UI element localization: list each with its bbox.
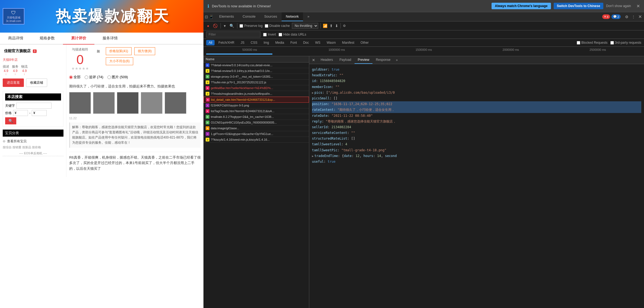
net-item-9[interactable]: X listTagClouds.htm?itemId=624466733121&… bbox=[203, 108, 309, 114]
net-item-3[interactable]: D storage-proxy-3-0-4?__mui_xd_token=163… bbox=[203, 74, 309, 80]
price-max-input[interactable] bbox=[32, 110, 47, 116]
net-item-13[interactable]: I 1.gif?com=02&logtype=4&cache=DpYNG1ue.… bbox=[203, 131, 309, 137]
type-media[interactable]: Media bbox=[273, 40, 287, 45]
more-options-icon[interactable]: ⋮ bbox=[631, 14, 636, 20]
preview-tabs-more[interactable]: » bbox=[394, 56, 400, 64]
tab-sources[interactable]: Sources bbox=[260, 12, 282, 21]
blocked-requests-input[interactable] bbox=[577, 41, 580, 45]
tab-service[interactable]: 服务详情 bbox=[94, 33, 126, 45]
warn-icon: 💬 bbox=[613, 15, 617, 18]
notification-close-button[interactable]: ✕ bbox=[636, 4, 640, 9]
hide-data-input[interactable] bbox=[279, 33, 282, 36]
tag-size[interactable]: 大小不符合(6) bbox=[106, 57, 133, 65]
search-network-button[interactable]: 🔍 bbox=[229, 23, 235, 29]
clear-button[interactable]: 🚫 bbox=[212, 23, 218, 29]
store-ratings: 描述 4.9 ↑ 服务 4.9 ↑ 物流 4.9 ↑ bbox=[3, 64, 63, 76]
net-item-3-name: storage-proxy-3-0-4?__mui_xd_token=16381… bbox=[211, 75, 307, 78]
hide-data-urls-checkbox[interactable]: Hide data URLs bbox=[279, 33, 306, 36]
price-label: 价格 bbox=[5, 111, 12, 115]
net-item-1[interactable]: C ??detail-review/3.0.14/css/try.css,det… bbox=[203, 62, 309, 68]
collect-store-button[interactable]: 收藏店铺 bbox=[26, 78, 47, 87]
devtools-pointer-icon: ⊡ 📱 bbox=[203, 15, 215, 19]
filter-img[interactable]: 图片 (509) bbox=[107, 75, 128, 80]
net-item-4[interactable]: J ??sufei-min.js?t=1_2013072520131122.js bbox=[203, 80, 309, 85]
type-all[interactable]: All bbox=[206, 40, 215, 45]
net-item-7[interactable]: X list_detail_rate.htm?itemId=6244667331… bbox=[203, 97, 309, 103]
type-manifest[interactable]: Manifest bbox=[340, 40, 357, 45]
preview-tab-headers[interactable]: Headers bbox=[317, 56, 336, 64]
tab-specs[interactable]: 规格参数 bbox=[31, 33, 63, 45]
cat-all-items[interactable]: ⊖ 查看所有宝贝 bbox=[3, 138, 63, 145]
settings-icon[interactable]: ⚙ bbox=[343, 24, 346, 28]
type-js[interactable]: JS bbox=[238, 40, 247, 45]
review-img-1 bbox=[69, 92, 91, 114]
net-item-10[interactable]: D tmallrate.8.2.2?logtype=2&&_tm_cache=1… bbox=[203, 114, 309, 120]
type-other[interactable]: Other bbox=[358, 40, 371, 45]
net-item-2[interactable]: J ??detail-review/3.0.14/try.js,tribecha… bbox=[203, 68, 309, 74]
disable-cache-checkbox[interactable]: Disable cache bbox=[265, 24, 290, 28]
filter-all-radio[interactable] bbox=[69, 76, 73, 79]
json-id: id: 1156048504820 bbox=[312, 78, 641, 84]
tab-elements[interactable]: Elements bbox=[215, 12, 238, 21]
store-badge: 8 bbox=[33, 49, 37, 53]
json-rateDate: rateDate: "2021-11-22 08:58:40" bbox=[312, 113, 641, 119]
net-item-5[interactable]: X getMallBar.htm?sellerNickName=%E4%BD%.… bbox=[203, 85, 309, 91]
category-title: 宝贝分类 bbox=[3, 130, 63, 137]
preserve-log-input[interactable] bbox=[240, 24, 243, 28]
net-item-6[interactable]: J ??mods/msgboard/index.js,mods/softinpu… bbox=[203, 91, 309, 97]
devtools-close-button[interactable]: ✕ bbox=[636, 13, 644, 20]
record-button[interactable]: ● bbox=[206, 23, 210, 29]
tab-reviews[interactable]: 累计评价 bbox=[63, 33, 94, 45]
disable-cache-input[interactable] bbox=[265, 24, 268, 28]
blocked-requests-checkbox[interactable]: Blocked Requests bbox=[577, 41, 608, 45]
preview-tab-preview[interactable]: Preview bbox=[355, 56, 373, 64]
filter-button[interactable]: ▾ bbox=[223, 23, 227, 29]
search-input[interactable] bbox=[16, 103, 52, 109]
filter-all[interactable]: 全部 bbox=[69, 75, 81, 80]
tradeendtime-expand-icon[interactable]: ▶ bbox=[312, 155, 314, 158]
preserve-log-checkbox[interactable]: Preserve log bbox=[240, 24, 262, 28]
type-doc[interactable]: Doc bbox=[301, 40, 311, 45]
third-party-input[interactable] bbox=[610, 41, 614, 45]
match-language-button[interactable]: Always match Chrome's language bbox=[492, 3, 551, 9]
net-item-11[interactable]: D O1CN01qohH9C1G0ysEu2l0z_!!600000000005… bbox=[203, 120, 309, 125]
timeline-labels: 500000 ms 1000000 ms 1500000 ms 2000000 … bbox=[206, 48, 641, 51]
net-item-8[interactable]: I f1SI4KFCldXXayyjnr-9-5.png bbox=[203, 103, 309, 108]
filter-reply-radio[interactable] bbox=[85, 76, 88, 79]
invert-checkbox[interactable]: Invert bbox=[263, 33, 276, 36]
throttle-select[interactable]: No throttling bbox=[292, 23, 318, 29]
toolbar-separator-1 bbox=[221, 23, 221, 29]
tab-product-detail[interactable]: 商品详情 bbox=[0, 33, 31, 45]
tab-more[interactable]: » bbox=[303, 12, 314, 21]
type-wasm[interactable]: Wasm bbox=[324, 40, 338, 45]
preview-tab-payload[interactable]: Payload bbox=[336, 56, 354, 64]
type-css[interactable]: CSS bbox=[248, 40, 260, 45]
preview-close-icon[interactable]: ✕ bbox=[312, 58, 315, 62]
visit-store-button[interactable]: 进店逛逛 bbox=[3, 78, 24, 87]
third-party-checkbox[interactable]: 3rd-party requests bbox=[610, 41, 641, 45]
net-item-12[interactable]: G data:image/gif;base... bbox=[203, 125, 309, 131]
blocked-requests-label: Blocked Requests bbox=[581, 41, 608, 45]
tag-price[interactable]: 价格划算(41) bbox=[106, 47, 132, 55]
json-serviceRateContent: serviceRateContent: "" bbox=[312, 130, 641, 136]
type-ws[interactable]: WS bbox=[313, 40, 323, 45]
filter-img-radio[interactable] bbox=[107, 76, 111, 79]
price-min-input[interactable] bbox=[13, 110, 28, 116]
tag-convenient[interactable]: 很方便(8) bbox=[134, 47, 155, 55]
tab-console[interactable]: Console bbox=[238, 12, 260, 21]
type-fetch-xhr[interactable]: Fetch/XHR bbox=[216, 40, 237, 45]
type-font[interactable]: Font bbox=[288, 40, 299, 45]
pics-expand-icon[interactable]: ▶ bbox=[312, 91, 314, 94]
search-button[interactable]: 🔍 bbox=[5, 117, 16, 124]
preview-tab-response[interactable]: Response bbox=[372, 56, 394, 64]
dont-show-again-link[interactable]: Don't show again bbox=[606, 4, 631, 8]
invert-input[interactable] bbox=[263, 33, 267, 36]
filter-input[interactable] bbox=[206, 32, 260, 37]
page-content: 佳能官方旗舰店 8 天猫8年店 描述 4.9 ↑ 服务 4.9 ↑ 物流 4.9 bbox=[0, 45, 203, 177]
switch-chinese-button[interactable]: Switch DevTools to Chinese bbox=[554, 3, 604, 9]
filter-reply[interactable]: 追评 (74) bbox=[85, 75, 103, 80]
tab-network[interactable]: Network bbox=[282, 12, 303, 21]
type-img[interactable]: Img bbox=[261, 40, 272, 45]
net-item-14[interactable]: J ??kiscy/k/1.4.16/seed-min.js,kiscy/k/1… bbox=[203, 137, 309, 143]
settings-gear-icon[interactable]: ⚙ bbox=[623, 14, 631, 20]
